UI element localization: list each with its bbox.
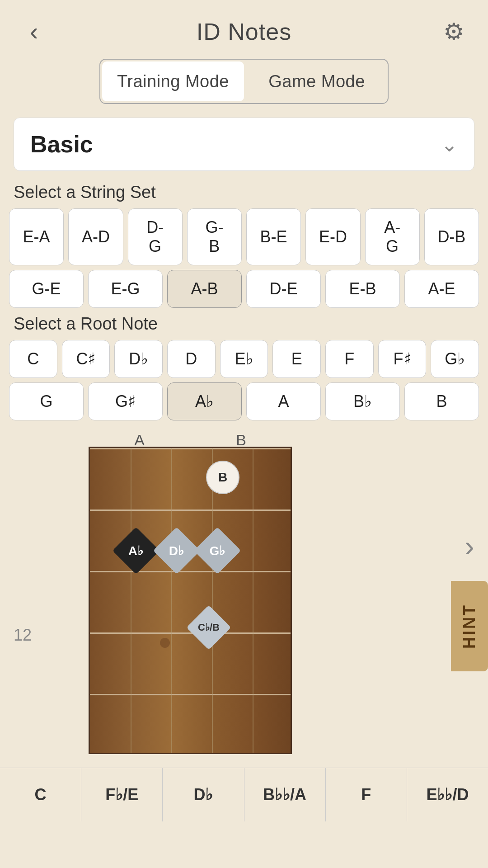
- training-mode-button[interactable]: Training Mode: [102, 61, 244, 101]
- next-button[interactable]: ›: [465, 529, 474, 563]
- page-title: ID Notes: [197, 18, 291, 45]
- root-note-btn-gb[interactable]: G♭: [431, 340, 479, 378]
- note-ab[interactable]: A♭: [113, 527, 160, 575]
- answer-btn-fbe[interactable]: F♭/E: [81, 768, 163, 821]
- root-note-grid: CC♯D♭DE♭EFF♯G♭GG♯A♭AB♭B: [9, 340, 479, 420]
- fret-dot: [160, 638, 170, 648]
- game-mode-button[interactable]: Game Mode: [246, 60, 388, 103]
- root-note-label: Select a Root Note: [14, 314, 474, 334]
- string-set-grid: E-AA-DD-GG-BB-EE-DA-GD-BG-EE-GA-BD-EE-BA…: [9, 208, 479, 308]
- answer-btn-db[interactable]: D♭: [163, 768, 244, 821]
- string-set-btn-e-d[interactable]: E-D: [305, 208, 360, 265]
- fret-number: 12: [14, 626, 32, 645]
- string-set-btn-a-g[interactable]: A-G: [365, 208, 420, 265]
- root-note-btn-f[interactable]: F: [325, 340, 374, 378]
- root-note-btn-ab[interactable]: A♭: [167, 382, 242, 420]
- root-note-btn-g[interactable]: G: [9, 382, 84, 420]
- string-set-label: Select a String Set: [14, 183, 474, 202]
- string-set-btn-a-d[interactable]: A-D: [68, 208, 123, 265]
- dropdown-label: Basic: [30, 131, 93, 158]
- string-set-btn-a-e[interactable]: A-E: [404, 270, 479, 308]
- root-note-btn-b[interactable]: B: [404, 382, 479, 420]
- header: ‹ ID Notes ⚙: [0, 0, 488, 54]
- string-set-btn-e-a[interactable]: E-A: [9, 208, 64, 265]
- root-note-btn-d[interactable]: D: [167, 340, 216, 378]
- answer-btn-f[interactable]: F: [326, 768, 407, 821]
- string-set-btn-d-e[interactable]: D-E: [246, 270, 321, 308]
- note-gb[interactable]: G♭: [194, 527, 241, 575]
- back-button[interactable]: ‹: [18, 19, 50, 44]
- gear-icon[interactable]: ⚙: [438, 18, 470, 45]
- string-set-btn-b-e[interactable]: B-E: [246, 208, 301, 265]
- answer-btn-c[interactable]: C: [0, 768, 81, 821]
- root-note-btn-e[interactable]: E: [272, 340, 321, 378]
- string-set-btn-g-e[interactable]: G-E: [9, 270, 84, 308]
- right-controls: › HINT: [451, 447, 488, 754]
- string-set-btn-e-b[interactable]: E-B: [325, 270, 400, 308]
- answer-btn-bbba[interactable]: B♭♭/A: [244, 768, 326, 821]
- difficulty-dropdown[interactable]: Basic ⌄: [14, 118, 474, 171]
- root-note-btn-c[interactable]: C: [9, 340, 57, 378]
- answer-btn-ebbd[interactable]: E♭♭/D: [407, 768, 488, 821]
- chevron-down-icon: ⌄: [441, 133, 458, 156]
- note-cbb[interactable]: C♭/B: [187, 605, 231, 650]
- fretboard-wrapper: A B 12 B A♭: [0, 431, 488, 754]
- root-note-btn-gsharp[interactable]: G♯: [88, 382, 163, 420]
- mode-toggle: Training Mode Game Mode: [99, 59, 389, 104]
- string-set-btn-a-b[interactable]: A-B: [167, 270, 242, 308]
- root-note-btn-bb[interactable]: B♭: [325, 382, 400, 420]
- string-set-btn-d-g[interactable]: D-G: [128, 208, 183, 265]
- note-db[interactable]: D♭: [153, 527, 201, 575]
- root-note-btn-eb[interactable]: E♭: [220, 340, 268, 378]
- string-set-btn-e-g[interactable]: E-G: [88, 270, 163, 308]
- root-note-btn-db[interactable]: D♭: [114, 340, 163, 378]
- answer-buttons: CF♭/ED♭B♭♭/AFE♭♭/D: [0, 768, 488, 821]
- string-set-btn-d-b[interactable]: D-B: [424, 208, 479, 265]
- string-set-btn-g-b[interactable]: G-B: [187, 208, 242, 265]
- fretboard: B A♭ D♭ G♭ C♭/B: [89, 447, 292, 754]
- root-note-btn-csharp[interactable]: C♯: [62, 340, 110, 378]
- root-note-btn-a[interactable]: A: [246, 382, 321, 420]
- note-b[interactable]: B: [206, 461, 239, 494]
- root-note-btn-fsharp[interactable]: F♯: [378, 340, 427, 378]
- hint-button[interactable]: HINT: [451, 581, 488, 671]
